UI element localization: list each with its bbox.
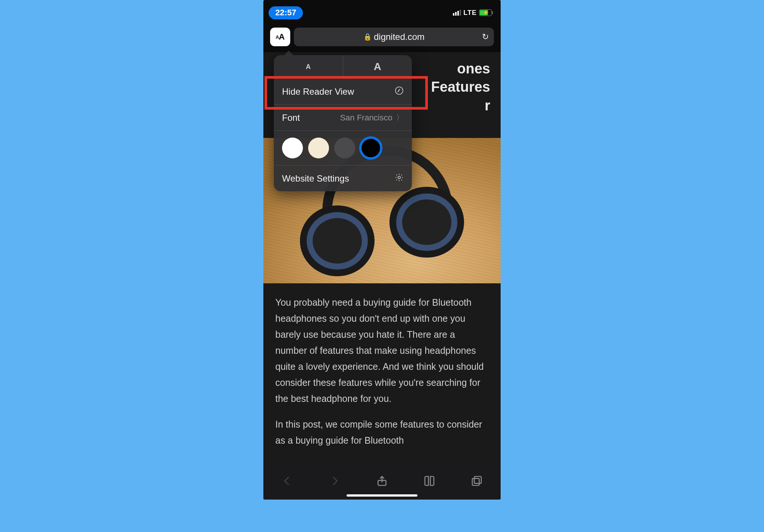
text-size-large-icon: A: [279, 32, 285, 42]
article-paragraph: You probably need a buying guide for Blu…: [275, 295, 489, 407]
forward-button[interactable]: [327, 473, 342, 489]
status-time: 22:57: [269, 6, 303, 19]
svg-point-5: [398, 176, 400, 178]
lock-icon: 🔒: [363, 33, 372, 41]
theme-row: [274, 130, 412, 165]
theme-gray[interactable]: [334, 138, 355, 158]
share-button[interactable]: [374, 473, 390, 489]
chevron-left-icon: [281, 475, 293, 487]
tabs-button[interactable]: [469, 473, 485, 489]
hide-reader-view-row[interactable]: Hide Reader View: [274, 78, 412, 104]
battery-icon: ⚡: [479, 9, 492, 16]
font-label: Font: [282, 113, 300, 123]
home-indicator[interactable]: [347, 494, 417, 497]
status-bar: 22:57 LTE ⚡: [263, 0, 501, 24]
address-bar: AA 🔒 dignited.com ↻: [270, 28, 494, 46]
bookmarks-button[interactable]: [422, 473, 437, 489]
headphone-brand-logo: BOSE: [414, 214, 440, 230]
reload-icon[interactable]: ↻: [482, 32, 489, 42]
book-icon: [423, 475, 435, 487]
text-size-row: A A: [274, 55, 412, 78]
back-button[interactable]: [279, 473, 295, 489]
signal-bars-icon: [453, 10, 461, 16]
article-paragraph: In this post, we compile some features t…: [275, 416, 489, 448]
website-settings-row[interactable]: Website Settings: [274, 165, 412, 191]
font-row[interactable]: Font San Francisco 〉: [274, 104, 412, 130]
theme-white[interactable]: [282, 138, 303, 158]
carrier-label: LTE: [463, 9, 477, 17]
tabs-icon: [471, 475, 483, 487]
website-settings-label: Website Settings: [282, 173, 349, 184]
svg-rect-2: [472, 478, 479, 485]
reader-options-popover: A A Hide Reader View Font San Francisco …: [274, 55, 412, 191]
font-value: San Francisco: [340, 113, 392, 123]
article-body: You probably need a buying guide for Blu…: [263, 283, 501, 466]
share-icon: [376, 475, 388, 487]
increase-text-size-button[interactable]: A: [343, 55, 412, 78]
status-right: LTE ⚡: [453, 9, 492, 17]
decrease-text-size-button[interactable]: A: [274, 55, 343, 78]
url-field[interactable]: 🔒 dignited.com ↻: [294, 28, 494, 46]
svg-marker-4: [398, 89, 400, 92]
gear-icon: [395, 173, 404, 184]
theme-black[interactable]: [360, 138, 381, 158]
theme-sepia[interactable]: [308, 138, 329, 158]
phone-frame: 22:57 LTE ⚡ AA 🔒 dignited.com ↻ ones Fea…: [263, 0, 501, 500]
compass-icon: [395, 86, 404, 97]
text-size-button[interactable]: AA: [270, 28, 290, 46]
hide-reader-label: Hide Reader View: [282, 86, 354, 97]
chevron-right-icon: [329, 475, 341, 487]
bottom-toolbar: [263, 466, 501, 500]
svg-rect-1: [475, 476, 482, 484]
chevron-right-icon: 〉: [396, 113, 404, 123]
url-domain: dignited.com: [374, 32, 425, 42]
